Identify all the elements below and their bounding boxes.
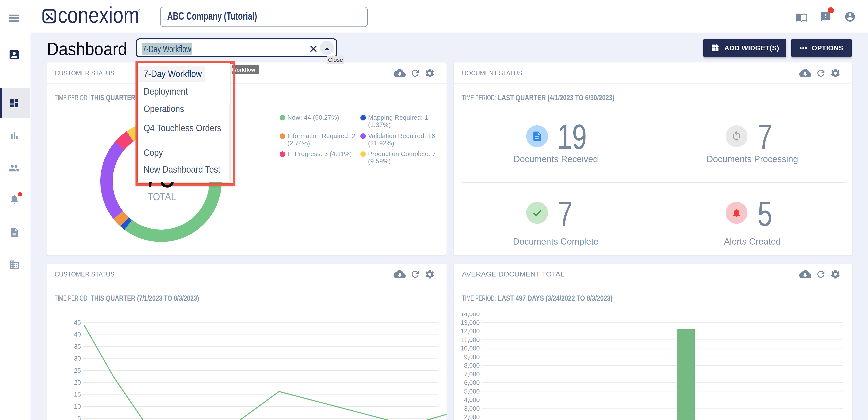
svg-text:11,000: 11,000 bbox=[461, 336, 480, 344]
svg-text:8,000: 8,000 bbox=[464, 362, 480, 369]
svg-text:9,000: 9,000 bbox=[464, 354, 480, 361]
svg-text:12,000: 12,000 bbox=[461, 328, 480, 335]
svg-text:7,000: 7,000 bbox=[464, 371, 480, 378]
svg-text:5: 5 bbox=[78, 415, 81, 420]
svg-text:30: 30 bbox=[74, 355, 81, 362]
svg-text:13,000: 13,000 bbox=[461, 319, 480, 326]
svg-text:2,000: 2,000 bbox=[464, 414, 480, 420]
svg-text:3,000: 3,000 bbox=[464, 405, 480, 412]
svg-text:4,000: 4,000 bbox=[464, 396, 480, 403]
svg-text:25: 25 bbox=[74, 367, 81, 374]
svg-text:14,000: 14,000 bbox=[461, 313, 480, 318]
svg-text:5,000: 5,000 bbox=[464, 388, 480, 395]
svg-text:10: 10 bbox=[74, 403, 81, 410]
svg-text:20: 20 bbox=[74, 379, 81, 386]
svg-text:40: 40 bbox=[74, 331, 81, 338]
svg-text:10,000: 10,000 bbox=[461, 345, 480, 352]
svg-text:35: 35 bbox=[74, 343, 81, 350]
svg-text:15: 15 bbox=[74, 391, 81, 398]
svg-text:45: 45 bbox=[74, 319, 81, 326]
svg-text:6,000: 6,000 bbox=[464, 379, 480, 386]
